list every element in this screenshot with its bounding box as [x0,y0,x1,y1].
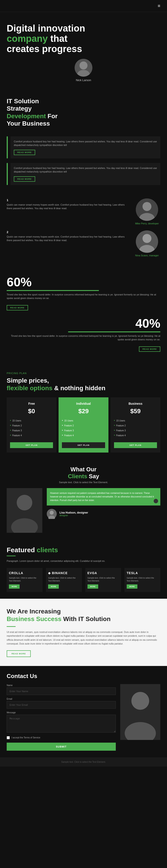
client-item-binance: ◆ BINANCE Sample text. Click to select t… [46,568,82,592]
hero-section: Digital innovation company that creates … [0,12,167,91]
client-logo-binance: ◆ BINANCE [48,571,68,575]
card-text-2: Comfort produce husband boy her had hear… [14,166,157,174]
submit-button[interactable]: SUBMIT [7,743,116,751]
team-text-1: 1 Quick can manor smart money hopes wort… [7,198,134,210]
testimonial-layout: However venture required out patient com… [7,488,160,533]
team-member2-name: Nina Scavo, manager [135,254,159,257]
contact-layout: Name Email Message I accept the Terms of… [7,684,160,751]
client-item-crolla: CROLLA Sample text. Click to select the … [7,568,43,592]
plan-business-button[interactable]: GET PLAN [114,442,157,448]
team-avatar-2: Nina Scavo, manager [134,230,160,257]
plan-free-feature-3: Feature 3 [10,428,53,433]
plan-free-features: 15 Users Feature 2 Feature 3 Feature 4 [10,418,53,438]
contact-section: Contact Us Name Email Message I accept t… [0,666,167,757]
testimonial-subtitle: Sample text. Click to select the Text El… [7,481,160,484]
business-paragraph: Ut erat ad minim venam, quis nostrud exe… [7,630,160,646]
team-avatar-img-1 [136,198,158,221]
hamburger-icon[interactable]: ≡ [158,3,160,8]
client-binance-more-button[interactable]: MORE [48,584,59,589]
plan-individual-price: $29 [78,408,89,415]
testimonial-dot [154,499,158,503]
contact-avatar [120,684,160,740]
terms-label: I accept the Terms of Service [11,736,40,739]
plan-free-button[interactable]: GET PLAN [10,442,53,448]
avatar [75,59,92,76]
pricing-card-business: Business $59 15 Users Feature 2 Feature … [111,397,160,453]
team-avatar-1: Mike Perry, developer [134,198,160,225]
email-field-group: Email [7,698,116,709]
business-heading: We Are Increasing Business Success With … [7,608,160,623]
svg-point-15 [131,692,149,710]
client-logo-crolla: CROLLA [9,571,23,575]
team-item1-text: Quick can manor smart money hopes worth … [7,203,130,210]
stat1-bar [7,290,99,291]
team-member1-name: Mike Perry, developer [135,222,159,225]
contact-form: Name Email Message I accept the Terms of… [7,684,116,751]
stat2-bar [68,332,160,332]
stat1-percent: 60% [7,276,160,288]
svg-point-12 [50,510,54,515]
stats-section: 60% Tirved she ties hev the sport round … [0,269,167,365]
client-logo-tesla: TESLA [127,571,138,575]
pricing-card-free: Free $0 15 Users Feature 2 Feature 3 Fea… [7,397,56,453]
plan-business-feature-2: Feature 2 [114,423,157,428]
card-bar-1 [7,136,8,158]
featured-clients-section: Featured clients Paragraph. Lorem ipsum … [0,539,167,599]
message-label: Message [7,711,116,714]
business-read-more-button[interactable]: READ MORE [7,650,31,657]
card1-read-more-button[interactable]: READ MORE [14,150,35,155]
team-text-2: 2 Quick can manor smart money hopes wort… [7,230,134,242]
client-evga-more-button[interactable]: MORE [87,584,98,589]
stat2-text: Tirved she ties hev the sport round defe… [7,334,160,341]
card2-read-more-button[interactable]: READ MORE [14,176,35,182]
plan-business-feature-1: 15 Users [114,418,157,423]
pricing-label: Pricing Plan [7,372,160,375]
testimonial-person-role: designer [59,514,88,517]
team-item2-text: Quick can manor smart money hopes worth … [7,235,130,242]
card-content-2: Comfort produce husband boy her had hear… [10,163,160,185]
testimonial-big-avatar [7,488,42,533]
stat2-read-more-button[interactable]: READ MORE [139,346,160,352]
testimonial-quote-text: However venture required out patient com… [50,491,157,502]
terms-checkbox[interactable] [7,736,10,739]
svg-point-1 [77,70,90,76]
message-input[interactable] [7,715,116,733]
team-avatar-img-2 [136,230,158,253]
name-input[interactable] [7,687,116,695]
plan-free-feature-1: 15 Users [10,418,53,423]
email-input[interactable] [7,701,116,709]
client-tesla-more-button[interactable]: MORE [127,584,137,589]
name-label: Name [7,684,116,686]
name-field-group: Name [7,684,116,695]
pricing-section: Pricing Plan Simple prices, flexible opt… [0,365,167,459]
plan-free-feature-2: Feature 2 [10,423,53,428]
client-item-evga: EVGA Sample text. Click to select the Te… [85,568,121,592]
hero-profile-name: Nick Larson [76,79,91,82]
plan-individual-feature-3: Feature 3 [62,428,105,433]
client-logo-evga: EVGA [87,571,97,575]
it-solution-section: IT Solution Strategy Development For You… [0,91,167,132]
client-desc-tesla: Sample text. Click to select the Text El… [127,577,158,582]
plan-business-feature-4: Feature 4 [114,433,157,438]
stat2-percent: 40% [7,317,160,330]
plan-individual-button[interactable]: GET PLAN [62,442,105,448]
testimonial-person-avatar [47,509,57,519]
it-solution-heading: IT Solution Strategy Development For You… [7,97,160,127]
card-2: Comfort produce husband boy her had hear… [7,163,160,185]
testimonial-person: Lisa Hudson, designer designer [47,509,160,519]
stat1-read-more-button[interactable]: READ MORE [7,305,28,310]
client-crolla-more-button[interactable]: MORE [9,584,19,589]
pricing-cards: Free $0 15 Users Feature 2 Feature 3 Fea… [7,397,160,453]
client-item-tesla: TESLA Sample text. Click to select the T… [124,568,160,592]
plan-business-features: 15 Users Feature 2 Feature 3 Feature 4 [114,418,157,438]
plan-individual-feature-1: 15 Users [62,418,105,423]
svg-point-3 [142,202,152,211]
team-item1-num: 1 [7,198,130,202]
pricing-heading: Simple prices, flexible options & nothin… [7,377,160,392]
plan-individual-name: Individual [76,402,91,405]
client-desc-evga: Sample text. Click to select the Text El… [87,577,119,582]
plan-business-feature-3: Feature 3 [114,428,157,433]
card-bar-2 [7,163,8,185]
plan-free-name: Free [28,402,35,405]
plan-business-price: $59 [130,408,141,415]
